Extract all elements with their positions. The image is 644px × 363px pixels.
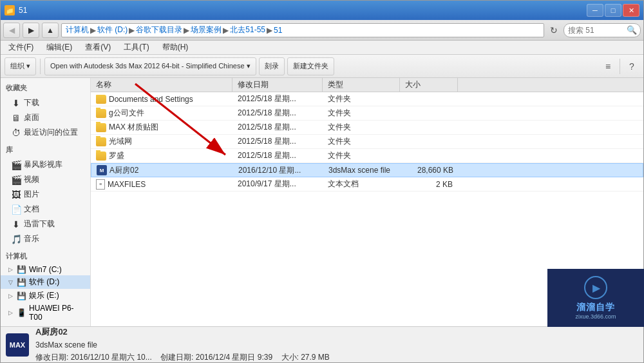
collapse-arrow-huawei: ▷	[8, 309, 13, 316]
breadcrumb-computer[interactable]: 计算机	[66, 25, 89, 35]
sidebar-drive-c[interactable]: ▷ 💾 Win7 (C:)	[1, 264, 90, 275]
status-filename: A厨房02	[35, 326, 638, 339]
drive-e-icon: 💾	[17, 291, 26, 300]
refresh-button[interactable]: ↻	[547, 23, 561, 37]
file-name-cell: g公司文件	[91, 108, 232, 119]
file-date-cell: 2010/9/17 星期...	[232, 179, 323, 190]
sidebar-drive-huawei[interactable]: ▷ 📱 HUAWEI P6-T00	[1, 302, 90, 323]
file-date-cell: 2012/5/18 星期...	[232, 136, 323, 147]
menu-tools[interactable]: 工具(T)	[120, 41, 153, 54]
status-file-icon: MAX	[6, 333, 29, 357]
maximize-button[interactable]: □	[605, 4, 621, 17]
sidebar-item-pictures[interactable]: 🖼 图片	[1, 187, 90, 202]
download-icon: ⬇	[11, 98, 21, 108]
help-button[interactable]: ?	[624, 59, 639, 74]
minimize-button[interactable]: ─	[587, 4, 603, 17]
address-path[interactable]: 计算机 ▶ 软件 (D:) ▶ 谷歌下载目录 ▶ 场景案例 ▶ 北去51-55 …	[61, 23, 544, 37]
toolbar-right: ≡ ?	[600, 59, 639, 74]
breadcrumb-north[interactable]: 北去51-55	[230, 25, 265, 35]
toolbar-separator	[40, 59, 41, 74]
table-row[interactable]: Documents and Settings 2012/5/18 星期... 文…	[91, 92, 643, 106]
table-row[interactable]: 光域网 2012/5/18 星期... 文件夹	[91, 135, 643, 149]
address-bar: ◀ ▶ ▲ 计算机 ▶ 软件 (D:) ▶ 谷歌下载目录 ▶ 场景案例 ▶ 北去…	[1, 20, 643, 41]
table-row[interactable]: MAX 材质贴图 2012/5/18 星期... 文件夹	[91, 121, 643, 135]
table-row[interactable]: 罗盛 2012/5/18 星期... 文件夹	[91, 149, 643, 163]
forward-button[interactable]: ▶	[23, 23, 39, 38]
sidebar-item-recent[interactable]: ⏱ 最近访问的位置	[1, 125, 90, 140]
sidebar-item-documents[interactable]: 📄 文档	[1, 202, 90, 217]
sidebar-item-thunder[interactable]: ⬇ 迅雷下载	[1, 217, 90, 231]
burn-button[interactable]: 刻录	[259, 57, 285, 75]
window-title: 51	[19, 6, 587, 15]
breadcrumb-51[interactable]: 51	[274, 26, 282, 35]
file-type-cell: 3dsMax scene file	[323, 166, 401, 175]
huawei-icon: 📱	[17, 308, 26, 317]
menu-edit[interactable]: 编辑(E)	[43, 41, 76, 54]
organize-button[interactable]: 组织 ▾	[5, 57, 36, 75]
file-type-cell: 文件夹	[323, 108, 400, 119]
thunder-icon: ⬇	[11, 219, 21, 230]
col-header-size[interactable]: 大小	[400, 78, 458, 92]
status-filetype: 3dsMax scene file	[35, 339, 638, 351]
folder-icon	[96, 123, 106, 132]
collapse-arrow-e: ▷	[8, 293, 13, 299]
sidebar-item-music[interactable]: 🎵 音乐	[1, 231, 90, 246]
sidebar-item-storm[interactable]: 🎬 暴风影视库	[1, 157, 90, 172]
new-folder-button[interactable]: 新建文件夹	[287, 57, 334, 75]
status-modified: 修改日期: 2016/12/10 星期六 10...	[35, 353, 152, 362]
col-header-type[interactable]: 类型	[323, 78, 400, 92]
toolbar-separator-2	[620, 59, 620, 74]
back-button[interactable]: ◀	[3, 23, 20, 38]
up-button[interactable]: ▲	[42, 23, 59, 38]
status-dates: 修改日期: 2016/12/10 星期六 10... 创建日期: 2016/12…	[35, 351, 638, 363]
menu-bar: 文件(F) 编辑(E) 查看(V) 工具(T) 帮助(H)	[1, 41, 643, 55]
menu-file[interactable]: 文件(F)	[5, 41, 37, 54]
library-header: 库	[1, 142, 90, 157]
breadcrumb-scene[interactable]: 场景案例	[191, 25, 222, 35]
table-row[interactable]: g公司文件 2012/5/18 星期... 文件夹	[91, 106, 643, 121]
sidebar-item-video[interactable]: 🎬 视频	[1, 172, 90, 187]
file-size-cell: 2 KB	[400, 180, 458, 189]
file-size-cell: 28,660 KB	[401, 166, 459, 175]
breadcrumb-d[interactable]: 软件 (D:)	[97, 25, 128, 35]
file-name-cell: MAX 材质贴图	[91, 122, 232, 133]
breadcrumb-download[interactable]: 谷歌下载目录	[136, 25, 182, 35]
file-name-cell: ≡ MAXFILES	[91, 179, 232, 190]
folder-icon	[96, 137, 106, 146]
favorites-header: 收藏夹	[1, 81, 90, 95]
file-date-cell: 2012/5/18 星期...	[232, 122, 323, 133]
music-icon: 🎵	[11, 234, 21, 244]
video-icon: 🎬	[11, 175, 21, 185]
documents-icon: 📄	[11, 204, 21, 215]
menu-help[interactable]: 帮助(H)	[158, 41, 193, 54]
file-date-cell: 2012/5/18 星期...	[232, 150, 323, 161]
table-row[interactable]: M A厨房02 2016/12/10 星期... 3dsMax scene fi…	[91, 163, 643, 177]
desktop-icon: 🖥	[11, 113, 21, 123]
watermark-url: zixue.3d66.com	[575, 313, 616, 320]
window-icon: 📁	[5, 5, 15, 15]
storm-icon: 🎬	[11, 160, 21, 170]
col-header-date[interactable]: 修改日期	[232, 78, 323, 92]
drive-d-icon: 💾	[17, 278, 26, 287]
open-with-button[interactable]: Open with Autodesk 3ds Max 2012 64-bit -…	[44, 57, 256, 75]
file-type-cell: 文件夹	[323, 122, 400, 133]
search-icon: 🔍	[627, 25, 637, 35]
pictures-icon: 🖼	[11, 190, 21, 200]
file-type-cell: 文件夹	[323, 93, 400, 104]
status-info: A厨房02 3dsMax scene file 修改日期: 2016/12/10…	[35, 326, 638, 363]
sidebar-item-desktop[interactable]: 🖥 桌面	[1, 110, 90, 125]
sidebar-drive-e[interactable]: ▷ 💾 娱乐 (E:)	[1, 289, 90, 302]
sidebar-drive-d[interactable]: ▽ 💾 软件 (D:)	[1, 275, 90, 289]
toolbar: 组织 ▾ Open with Autodesk 3ds Max 2012 64-…	[1, 55, 643, 78]
folder-icon	[96, 152, 106, 161]
col-header-name[interactable]: 名称	[91, 78, 232, 92]
view-toggle-button[interactable]: ≡	[600, 59, 616, 74]
close-button[interactable]: ✕	[623, 4, 639, 17]
collapse-arrow-c: ▷	[8, 266, 13, 273]
sidebar-item-downloads[interactable]: ⬇ 下载	[1, 95, 90, 110]
file-type-cell: 文本文档	[323, 179, 400, 190]
table-row[interactable]: ≡ MAXFILES 2010/9/17 星期... 文本文档 2 KB	[91, 177, 643, 191]
max-file-icon: M	[97, 165, 107, 175]
file-name-cell: 罗盛	[91, 150, 232, 161]
menu-view[interactable]: 查看(V)	[81, 41, 115, 54]
